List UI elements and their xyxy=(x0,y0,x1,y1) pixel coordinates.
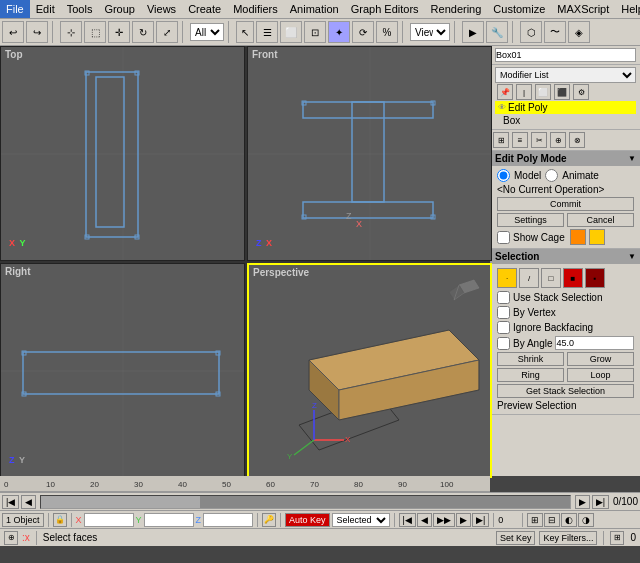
show-cage-checkbox[interactable] xyxy=(497,231,510,244)
use-stack-checkbox[interactable] xyxy=(497,291,510,304)
menu-edit[interactable]: Edit xyxy=(30,0,61,18)
snap-percent-btn[interactable]: % xyxy=(376,21,398,43)
edge-select-icon[interactable]: / xyxy=(519,268,539,288)
menu-modifiers[interactable]: Modifiers xyxy=(227,0,284,18)
prev-key-btn[interactable]: ◀ xyxy=(21,495,36,509)
select-object-button[interactable]: ⊹ xyxy=(60,21,82,43)
menu-group[interactable]: Group xyxy=(98,0,141,18)
window-crossing-btn[interactable]: ⊡ xyxy=(304,21,326,43)
tool1-btn[interactable]: ⊞ xyxy=(493,132,509,148)
select-btn[interactable]: ↖ xyxy=(236,21,254,43)
next-frame-btn[interactable]: ▶| xyxy=(592,495,609,509)
menu-animation[interactable]: Animation xyxy=(284,0,345,18)
viewport-perspective[interactable]: Perspective xyxy=(247,263,492,478)
ring-button[interactable]: Ring xyxy=(497,368,564,382)
configure-btn[interactable]: ⚙ xyxy=(573,84,589,100)
menu-help[interactable]: Help xyxy=(615,0,640,18)
menu-file[interactable]: File xyxy=(0,0,30,18)
by-vertex-checkbox[interactable] xyxy=(497,306,510,319)
play-end-btn[interactable]: ▶| xyxy=(472,513,489,527)
grow-button[interactable]: Grow xyxy=(567,352,634,366)
setkey-button[interactable]: Set Key xyxy=(496,531,536,545)
prev-frame-btn[interactable]: |◀ xyxy=(2,495,19,509)
menu-tools[interactable]: Tools xyxy=(61,0,99,18)
select-filter-dropdown[interactable]: All xyxy=(190,23,224,41)
lock-btn[interactable]: 🔒 xyxy=(53,513,67,527)
by-angle-checkbox[interactable] xyxy=(497,337,510,350)
show-result-btn[interactable]: ⬜ xyxy=(535,84,551,100)
play-next-btn[interactable]: ▶ xyxy=(456,513,471,527)
next-key-btn[interactable]: ▶ xyxy=(575,495,590,509)
redo-button[interactable]: ↪ xyxy=(26,21,48,43)
shrink-button[interactable]: Shrink xyxy=(497,352,564,366)
show-end-btn[interactable]: | xyxy=(516,84,532,100)
settings-button[interactable]: Settings xyxy=(497,213,564,227)
loop-button[interactable]: Loop xyxy=(567,368,634,382)
move-button[interactable]: ✛ xyxy=(108,21,130,43)
selection-title[interactable]: Selection ▼ xyxy=(491,249,640,264)
render-setup-btn[interactable]: 🔧 xyxy=(486,21,508,43)
viewport-front[interactable]: Front Z X Z xyxy=(247,46,492,261)
rect-select-btn[interactable]: ⬜ xyxy=(280,21,302,43)
edit-poly-mode-title[interactable]: Edit Poly Mode ▼ xyxy=(491,151,640,166)
pin-modifier-btn[interactable]: 📌 xyxy=(497,84,513,100)
render2-btn[interactable]: ⊟ xyxy=(544,513,560,527)
autokey-button[interactable]: Auto Key xyxy=(285,513,330,527)
model-radio[interactable] xyxy=(497,169,510,182)
modifier-edit-poly[interactable]: 👁 Edit Poly xyxy=(495,101,636,114)
snap-angle-btn[interactable]: ⟳ xyxy=(352,21,374,43)
select-by-name-btn[interactable]: ☰ xyxy=(256,21,278,43)
play-prev-btn[interactable]: ◀ xyxy=(417,513,432,527)
rotate-button[interactable]: ↻ xyxy=(132,21,154,43)
y-input[interactable] xyxy=(144,513,194,527)
render4-btn[interactable]: ◑ xyxy=(578,513,594,527)
track-bar[interactable] xyxy=(40,495,570,509)
modifier-box[interactable]: Box xyxy=(495,114,636,127)
select-region-button[interactable]: ⬚ xyxy=(84,21,106,43)
keyfilters-button[interactable]: Key Filters... xyxy=(539,531,597,545)
menu-views[interactable]: Views xyxy=(141,0,182,18)
animate-radio[interactable] xyxy=(545,169,558,182)
menu-customize[interactable]: Customize xyxy=(487,0,551,18)
modifier-list-dropdown[interactable]: Modifier List xyxy=(495,67,636,83)
mode-icon[interactable]: ⊕ xyxy=(4,531,18,545)
ignore-backfacing-checkbox[interactable] xyxy=(497,321,510,334)
tool3-btn[interactable]: ✂ xyxy=(531,132,547,148)
tool4-btn[interactable]: ⊕ xyxy=(550,132,566,148)
element-select-icon[interactable]: ▪ xyxy=(585,268,605,288)
selected-dropdown[interactable]: Selected xyxy=(332,513,390,527)
scale-button[interactable]: ⤢ xyxy=(156,21,178,43)
play-start-btn[interactable]: |◀ xyxy=(399,513,416,527)
undo-button[interactable]: ↩ xyxy=(2,21,24,43)
cage-color1[interactable] xyxy=(570,229,586,245)
cage-color2[interactable] xyxy=(589,229,605,245)
vertex-select-icon[interactable]: · xyxy=(497,268,517,288)
x-input[interactable] xyxy=(84,513,134,527)
key-icon[interactable]: 🔑 xyxy=(262,513,276,527)
by-angle-input[interactable] xyxy=(555,336,634,350)
menu-rendering[interactable]: Rendering xyxy=(425,0,488,18)
tool5-btn[interactable]: ⊗ xyxy=(569,132,585,148)
mat-editor-btn[interactable]: ⬡ xyxy=(520,21,542,43)
render-btn[interactable]: ▶ xyxy=(462,21,484,43)
menu-create[interactable]: Create xyxy=(182,0,227,18)
viewport-top[interactable]: Top X Y xyxy=(0,46,245,261)
snap-btn[interactable]: ✦ xyxy=(328,21,350,43)
z-input[interactable] xyxy=(203,513,253,527)
curve-editor-btn[interactable]: 〜 xyxy=(544,21,566,43)
get-stack-button[interactable]: Get Stack Selection xyxy=(497,384,634,398)
cancel-button[interactable]: Cancel xyxy=(567,213,634,227)
schema-editor-btn[interactable]: ◈ xyxy=(568,21,590,43)
minimap-icon[interactable]: ⊞ xyxy=(610,531,624,545)
border-select-icon[interactable]: □ xyxy=(541,268,561,288)
commit-button[interactable]: Commit xyxy=(497,197,634,211)
menu-maxscript[interactable]: MAXScript xyxy=(551,0,615,18)
render3-btn[interactable]: ◐ xyxy=(561,513,577,527)
play-stop-btn[interactable]: ▶▶ xyxy=(433,513,455,527)
object-name-input[interactable] xyxy=(495,48,636,62)
tool2-btn[interactable]: ≡ xyxy=(512,132,528,148)
poly-select-icon[interactable]: ■ xyxy=(563,268,583,288)
menu-graph-editors[interactable]: Graph Editors xyxy=(345,0,425,18)
view-dropdown[interactable]: View xyxy=(410,23,450,41)
viewport-right[interactable]: Right Z Y xyxy=(0,263,245,478)
